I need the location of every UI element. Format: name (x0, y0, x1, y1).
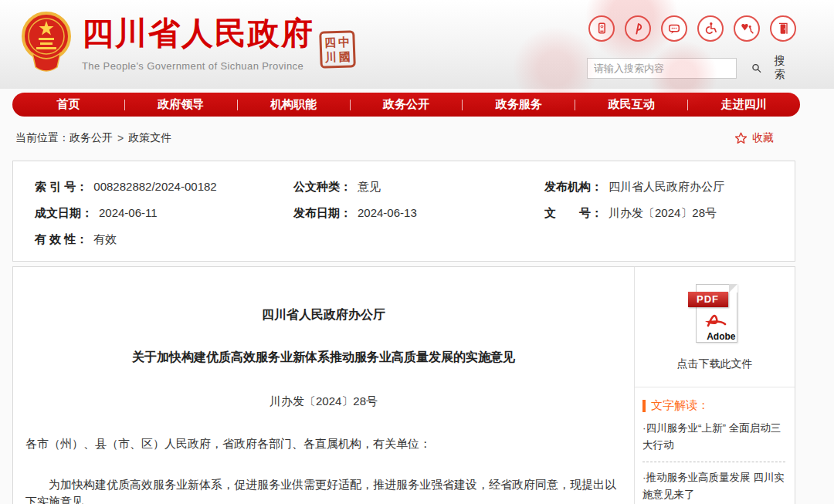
main-nav: 首页 政府领导 机构职能 政务公开 政务服务 政民互动 走进四川 (12, 93, 800, 117)
document-number: 川办发〔2024〕28号 (25, 394, 622, 409)
acrobat-swirl-icon (705, 307, 728, 330)
meta-field-written-date: 成文日期：2024-06-11 (35, 206, 293, 221)
meta-value: 有效 (93, 232, 117, 245)
breadcrumb-label: 当前位置： (15, 131, 70, 145)
search-button-label: 搜 索 (766, 54, 797, 82)
door-icon[interactable] (770, 15, 796, 42)
favorite-label: 收藏 (752, 131, 774, 145)
national-emblem-icon[interactable] (20, 10, 73, 79)
nav-item-gov-info[interactable]: 政务公开 (351, 97, 463, 112)
meta-field-issuer: 发布机构：四川省人民政府办公厅 (544, 180, 781, 194)
pdf-brand-label: Adobe (707, 331, 735, 342)
quick-icon-bar (588, 15, 796, 42)
search-bar: 搜 索 (587, 54, 797, 82)
seal-char: 四 (323, 35, 337, 50)
meta-value: 意见 (358, 180, 381, 193)
site-subtitle: The People's Government of Sichuan Provi… (82, 60, 314, 72)
interpretation-title-row: 文字解读： (642, 398, 785, 413)
document-title: 关于加快构建优质高效服务业新体系推动服务业高质量发展的实施意见 (25, 350, 622, 366)
document-meta-panel: 索 引 号：008282882/2024-00182 公文种类：意见 发布机构：… (12, 161, 795, 262)
sichuan-china-seal-icon: 四 中 川 國 (319, 30, 356, 69)
download-label: 点击下载此文件 (635, 357, 795, 371)
message-icon[interactable] (661, 15, 687, 42)
nav-item-interaction[interactable]: 政民互动 (575, 97, 687, 112)
search-button[interactable]: 搜 索 (751, 54, 797, 82)
meta-label: 发布机构： (544, 180, 602, 193)
nav-item-services[interactable]: 政务服务 (463, 97, 575, 112)
meta-value: 008282882/2024-00182 (93, 180, 216, 193)
document-body: 四川省人民政府办公厅 关于加快构建优质高效服务业新体系推动服务业高质量发展的实施… (13, 267, 634, 504)
meta-value: 2024-06-11 (99, 206, 158, 219)
orange-bar-icon (642, 400, 646, 412)
meta-value: 四川省人民政府办公厅 (609, 180, 724, 193)
seal-char: 中 (337, 34, 351, 49)
meta-field-doc-number: 文 号：川办发〔2024〕28号 (544, 206, 781, 221)
nav-item-home[interactable]: 首页 (12, 97, 124, 112)
meta-value: 川办发〔2024〕28号 (609, 206, 717, 219)
favorite-button[interactable]: 收藏 (734, 131, 774, 146)
breadcrumb-separator: > (117, 132, 124, 144)
breadcrumb: 当前位置： 政务公开 > 政策文件 收藏 (15, 130, 795, 147)
document-agency: 四川省人民政府办公厅 (25, 307, 622, 323)
site-header: 四川省人民政府 The People's Government of Sichu… (0, 0, 834, 89)
interpretation-link-1[interactable]: ·四川服务业“上新” 全面启动三大行动 (642, 420, 785, 462)
seal-char: 川 (324, 49, 338, 65)
site-title: 四川省人民政府 (82, 12, 314, 55)
meta-field-publish-date: 发布日期：2024-06-13 (293, 206, 544, 221)
meta-label: 公文种类： (293, 180, 351, 193)
nav-item-leaders[interactable]: 政府领导 (125, 97, 237, 112)
nav-item-functions[interactable]: 机构职能 (238, 97, 350, 112)
breadcrumb-item-gov-info[interactable]: 政务公开 (70, 131, 113, 145)
meta-value: 2024-06-13 (358, 206, 417, 219)
star-icon (734, 131, 748, 146)
meta-label: 成文日期： (35, 206, 93, 219)
p-badge-icon[interactable] (625, 15, 651, 42)
breadcrumb-item-policy-files[interactable]: 政策文件 (128, 131, 171, 145)
pdf-file-icon: PDF Adobe (687, 282, 744, 347)
mobile-icon[interactable] (588, 15, 615, 42)
meta-label: 文 号： (544, 206, 602, 219)
document-paragraph: 为加快构建优质高效服务业新体系，促进服务业供需更好适配，推进服务业强省建设，经省… (25, 476, 622, 504)
interpretation-title: 文字解读： (651, 398, 709, 413)
document-salutation: 各市（州）、县（市、区）人民政府，省政府各部门、各直属机构，有关单位： (25, 435, 622, 453)
meta-field-doc-type: 公文种类：意见 (293, 180, 544, 194)
document-sidebar: PDF Adobe 点击下载此文件 文字解读： ·四川服务业“上新” 全面启动三… (634, 267, 795, 504)
meta-label: 索 引 号： (35, 180, 87, 193)
meta-label: 发布日期： (293, 206, 351, 219)
interpretation-link-2[interactable]: ·推动服务业高质量发展 四川实施意见来了 (642, 469, 785, 504)
accessibility-icon[interactable] (697, 15, 724, 42)
seal-char: 國 (337, 49, 352, 64)
search-input[interactable] (587, 58, 737, 79)
pdf-fold-corner (729, 284, 737, 293)
interpretation-section: 文字解读： ·四川服务业“上新” 全面启动三大行动 ·推动服务业高质量发展 四川… (635, 387, 795, 504)
document-content-panel: 四川省人民政府办公厅 关于加快构建优质高效服务业新体系推动服务业高质量发展的实施… (12, 266, 795, 504)
download-pdf-button[interactable]: PDF Adobe 点击下载此文件 (635, 267, 795, 371)
search-icon (751, 62, 763, 75)
pdf-badge: PDF (688, 292, 728, 307)
site-title-link[interactable]: 四川省人民政府 The People's Government of Sichu… (82, 12, 314, 72)
meta-field-validity: 有 效 性：有效 (35, 232, 293, 247)
nav-item-about-sichuan[interactable]: 走进四川 (688, 97, 800, 112)
meta-label: 有 效 性： (35, 232, 87, 245)
meta-field-index-no: 索 引 号：008282882/2024-00182 (35, 180, 293, 194)
care-icon[interactable] (734, 15, 760, 42)
